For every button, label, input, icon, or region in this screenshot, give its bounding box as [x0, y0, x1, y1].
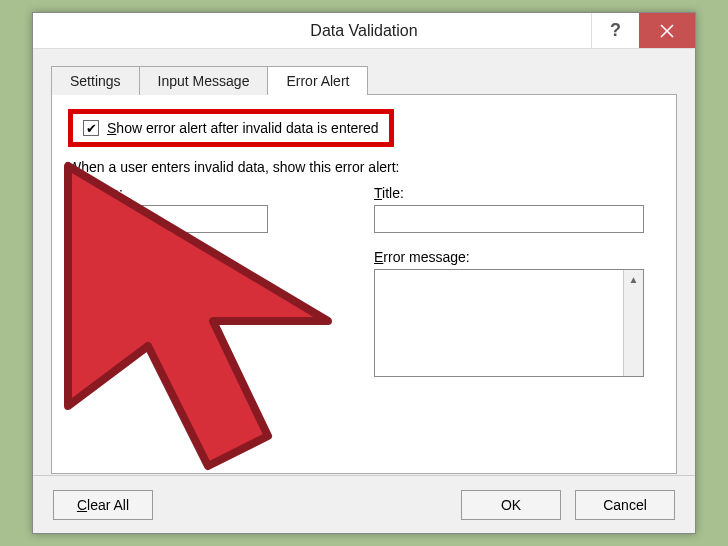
title-input[interactable] [374, 205, 644, 233]
scroll-up-icon: ▲ [629, 274, 639, 285]
titlebar-buttons: ? [591, 13, 695, 48]
error-message-textarea[interactable]: ▲ [374, 269, 644, 377]
button-bar: Clear All OK Cancel [33, 475, 695, 533]
style-value: Stop [97, 211, 126, 227]
cancel-button[interactable]: Cancel [575, 490, 675, 520]
show-alert-label: Show error alert after invalid data is e… [107, 120, 379, 136]
close-icon [660, 24, 674, 38]
tab-panel-error-alert: ✔ Show error alert after invalid data is… [51, 94, 677, 474]
textarea-content [375, 270, 623, 376]
error-message-label: Error message: [374, 249, 644, 265]
show-alert-checkbox[interactable]: ✔ [83, 120, 99, 136]
ok-button[interactable]: OK [461, 490, 561, 520]
clear-all-button[interactable]: Clear All [53, 490, 153, 520]
tab-error-alert[interactable]: Error Alert [267, 66, 368, 95]
dialog-body: Settings Input Message Error Alert ✔ Sho… [33, 49, 695, 475]
title-column: Title: Error message: ▲ [374, 185, 660, 377]
tab-settings[interactable]: Settings [51, 66, 140, 95]
style-label: Style: [88, 185, 348, 201]
data-validation-dialog: Data Validation ? Settings Input Message… [32, 12, 696, 534]
textarea-scrollbar[interactable]: ▲ [623, 270, 643, 376]
help-button[interactable]: ? [591, 13, 639, 48]
show-alert-highlight: ✔ Show error alert after invalid data is… [68, 109, 394, 147]
close-button[interactable] [639, 13, 695, 48]
dialog-title: Data Validation [310, 22, 417, 40]
style-select[interactable]: Stop [88, 205, 268, 233]
title-label: Title: [374, 185, 644, 201]
instruction-text: When a user enters invalid data, show th… [68, 159, 660, 175]
tab-strip: Settings Input Message Error Alert [51, 65, 677, 94]
style-column: Style: Stop [88, 185, 348, 377]
titlebar: Data Validation ? [33, 13, 695, 49]
tab-input-message[interactable]: Input Message [139, 66, 269, 95]
form-row: Style: Stop Title: Error message: ▲ [68, 185, 660, 377]
